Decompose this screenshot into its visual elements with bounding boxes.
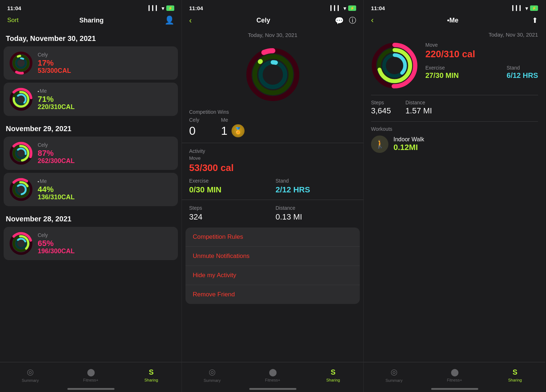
me-wins: Me 1 🏅: [221, 117, 245, 138]
me-name-nov29: •Me: [38, 178, 172, 184]
exercise-stand-grid: Exercise 0/30 MIN Stand 2/12 HRS: [189, 178, 356, 195]
competition-rules-item[interactable]: Competition Rules: [186, 228, 360, 247]
distance-item-p2: Distance 0.13 MI: [276, 205, 357, 222]
share-icon[interactable]: ⬆: [532, 16, 538, 25]
card-cely-nov29[interactable]: Cely 87% 262/300CAL: [4, 137, 178, 170]
back-button-3[interactable]: ‹: [371, 16, 374, 25]
message-icon[interactable]: 💬: [335, 16, 344, 25]
cely-percent-today: 17%: [38, 59, 172, 67]
exercise-label-p3: Exercise: [425, 65, 459, 71]
sharing-label-1: Sharing: [145, 378, 158, 382]
add-friend-icon[interactable]: 👤: [164, 16, 174, 25]
rings-cely-nov28: [9, 232, 33, 255]
time-3: 11:04: [371, 5, 385, 11]
summary-label-3: Summary: [385, 378, 403, 383]
exercise-col-p3: Exercise 27/30 MIN: [425, 65, 459, 80]
back-button-2[interactable]: ‹: [189, 16, 192, 25]
fitness-icon-1: ⬤: [87, 368, 95, 376]
hide-activity-item[interactable]: Hide my Activity: [186, 266, 360, 285]
me-percent-nov29: 44%: [38, 185, 172, 193]
home-indicator-2: [249, 388, 296, 390]
cely-wins: Cely 0: [189, 117, 199, 138]
status-bar-3: 11:04 ▎▎▎ ▾ ⚡: [364, 0, 545, 13]
nav-bar-1: Sort Sharing 👤: [0, 13, 182, 29]
tab-sharing-1[interactable]: S Sharing: [121, 368, 182, 382]
info-icon[interactable]: ⓘ: [349, 16, 356, 25]
cely-scroll[interactable]: Today, Nov 30, 2021 Competition Wins: [182, 29, 363, 392]
divider-2: [182, 200, 363, 200]
home-indicator-3: [431, 388, 478, 390]
summary-icon-1: ◎: [27, 367, 34, 377]
time-1: 11:04: [7, 5, 21, 11]
exercise-stand-row: Exercise 27/30 MIN Stand 6/12 HRS: [425, 65, 538, 80]
workout-info: Indoor Walk 0.12MI: [393, 136, 424, 152]
svg-point-4: [16, 58, 26, 68]
card-me-nov29[interactable]: •Me 44% 136/310CAL: [4, 173, 178, 206]
fitness-label-3: Fitness+: [447, 378, 462, 382]
me-divider-2: [371, 121, 538, 122]
tab-fitness-3[interactable]: ⬤ Fitness+: [424, 368, 485, 382]
me-rings-row: Move 220/310 cal Exercise 27/30 MIN Stan…: [371, 42, 538, 89]
rings-cely-today: [9, 51, 33, 75]
sort-button[interactable]: Sort: [7, 17, 18, 24]
date-header-nov29: November 29, 2021: [0, 119, 182, 137]
wifi-icon-2: ▾: [343, 5, 346, 11]
nav-right-3: ⬆: [532, 16, 538, 25]
me-date: Today, Nov 30, 2021: [371, 29, 538, 42]
distance-value-p2: 0.13 MI: [276, 212, 357, 222]
stand-item-p2: Stand 2/12 HRS: [276, 178, 357, 195]
fitness-label-1: Fitness+: [83, 378, 99, 382]
unmute-notifications-item[interactable]: Unmute Notifications: [186, 247, 360, 266]
cely-name-today: Cely: [38, 52, 172, 58]
me-dot: •: [38, 89, 39, 93]
sharing-label-3: Sharing: [508, 378, 522, 382]
remove-friend-item[interactable]: Remove Friend: [186, 285, 360, 304]
steps-value-p2: 324: [189, 212, 270, 222]
date-header-nov28: November 28, 2021: [0, 209, 182, 227]
status-icons-3: ▎▎▎ ▾ ⚡: [512, 5, 538, 11]
tab-summary-3[interactable]: ◎ Summary: [364, 367, 424, 383]
exercise-label-p2: Exercise: [189, 178, 270, 184]
fitness-icon-2: ⬤: [269, 368, 277, 376]
card-me-today[interactable]: •Me 71% 220/310CAL: [4, 83, 178, 116]
me-percent-today: 71%: [38, 95, 172, 103]
stand-label-p3: Stand: [507, 65, 538, 71]
card-cely-today[interactable]: Cely 17% 53/300CAL: [4, 46, 178, 80]
signal-icon-2: ▎▎▎: [330, 5, 341, 11]
me-cal-today: 220/310CAL: [38, 103, 172, 111]
panel-sharing: 11:04 ▎▎▎ ▾ ⚡ Sort Sharing 👤 Today, Nove…: [0, 0, 182, 392]
move-label-p2: Move: [189, 155, 356, 161]
nav-right-2: 💬 ⓘ: [335, 16, 356, 25]
stand-value-p3: 6/12 HRS: [507, 71, 538, 80]
trophy-badge: 🏅: [232, 124, 245, 137]
workouts-label-p3: Workouts: [371, 126, 538, 132]
tab-fitness-1[interactable]: ⬤ Fitness+: [61, 368, 121, 382]
sharing-icon-1: S: [149, 368, 154, 376]
status-icons-1: ▎▎▎ ▾ ⚡: [149, 5, 174, 11]
sharing-icon-3: S: [513, 368, 517, 376]
exercise-item-p2: Exercise 0/30 MIN: [189, 178, 270, 195]
tab-sharing-3[interactable]: S Sharing: [485, 368, 545, 382]
nav-bar-3: ‹ •Me ⬆: [364, 13, 545, 29]
card-cely-nov28[interactable]: Cely 65% 196/300CAL: [4, 227, 178, 260]
tab-summary-1[interactable]: ◎ Summary: [0, 367, 61, 383]
tab-bar-3: ◎ Summary ⬤ Fitness+ S Sharing: [364, 362, 545, 392]
distance-value-p3: 1.57 MI: [405, 106, 432, 116]
wifi-icon-1: ▾: [162, 5, 164, 11]
move-label-p3: Move: [425, 42, 538, 48]
activity-info-me-today: •Me 71% 220/310CAL: [38, 88, 172, 111]
competition-section: Competition Wins Cely 0 Me 1 🏅: [182, 109, 363, 138]
distance-label-p2: Distance: [276, 205, 357, 211]
sharing-scroll[interactable]: Today, November 30, 2021 Cely 17%: [0, 29, 182, 392]
status-bar-1: 11:04 ▎▎▎ ▾ ⚡: [0, 0, 182, 13]
me-scroll[interactable]: Today, Nov 30, 2021 Move 220/310 cal: [364, 29, 545, 392]
me-divider-1: [371, 95, 538, 95]
battery-icon-1: ⚡: [166, 5, 174, 11]
tab-summary-2[interactable]: ◎ Summary: [182, 367, 242, 383]
signal-icon-1: ▎▎▎: [149, 5, 159, 11]
activity-info-cely-nov28: Cely 65% 196/300CAL: [38, 232, 172, 255]
tab-sharing-2[interactable]: S Sharing: [303, 368, 363, 382]
workout-item-p3[interactable]: 🚶 Indoor Walk 0.12MI: [371, 135, 538, 153]
tab-fitness-2[interactable]: ⬤ Fitness+: [242, 368, 303, 382]
nav-bar-2: ‹ Cely 💬 ⓘ: [182, 13, 363, 29]
